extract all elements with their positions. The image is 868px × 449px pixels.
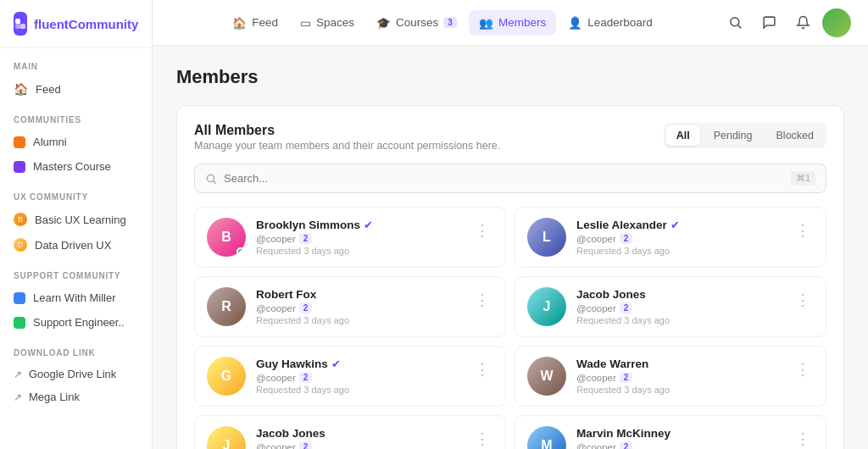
support-engineer-dot <box>14 317 25 329</box>
member-info: Jacob Jones @cooper 2 Requested 3 days a… <box>256 427 461 449</box>
member-avatar: L <box>527 218 566 257</box>
member-time: Requested 3 days ago <box>256 246 461 256</box>
data-driven-avatar: D <box>14 238 27 252</box>
spaces-icon: ▭ <box>300 16 311 30</box>
masters-dot <box>14 161 25 173</box>
nav-item-leaderboard[interactable]: 👤 Leaderboard <box>558 10 663 36</box>
alumni-dot <box>14 136 25 148</box>
member-name-row: Brooklyn Simmons ✔ <box>256 219 461 231</box>
search-bar[interactable]: ⌘1 <box>194 164 826 193</box>
member-badge: 2 <box>620 302 633 313</box>
bell-button[interactable] <box>788 8 817 37</box>
feed-icon: 🏠 <box>232 16 247 30</box>
svg-line-6 <box>214 180 216 183</box>
nav-icons <box>721 8 851 37</box>
sidebar-item-mega-link[interactable]: ↗ Mega Link <box>0 385 152 408</box>
page-title: Members <box>176 66 844 88</box>
sidebar-item-data-driven[interactable]: D Data Driven UX <box>0 232 152 258</box>
main-area: 🏠 Feed ▭ Spaces 🎓 Courses 3 👥 Members 👤 … <box>153 0 868 449</box>
member-handle: @cooper 2 <box>256 441 461 449</box>
more-options-button[interactable]: ⋮ <box>792 426 814 449</box>
member-name: Robert Fox <box>256 288 316 301</box>
courses-badge: 3 <box>443 17 457 28</box>
basic-ux-avatar: B <box>14 213 27 226</box>
more-options-button[interactable]: ⋮ <box>471 426 493 449</box>
filter-tab-blocked[interactable]: Blocked <box>766 125 824 146</box>
avatar-initial: R <box>207 287 246 326</box>
filter-tab-pending[interactable]: Pending <box>704 125 763 146</box>
sidebar-item-support-engineer[interactable]: Support Engineer.. <box>0 310 152 335</box>
member-avatar: M <box>527 426 566 449</box>
more-options-button[interactable]: ⋮ <box>792 357 814 382</box>
member-handle: @cooper 2 <box>256 233 461 244</box>
user-avatar[interactable] <box>822 8 851 37</box>
more-options-button[interactable]: ⋮ <box>471 287 493 313</box>
member-name-row: Wade Warren <box>576 358 782 370</box>
section-label-support: SUPPORT COMMUNITY <box>0 258 152 285</box>
member-card: J Jacob Jones @cooper 2 Requested 3 days… <box>194 415 506 449</box>
member-avatar: J <box>207 426 246 449</box>
member-card: L Leslie Alexander ✔ @cooper 2 Requested… <box>515 207 826 268</box>
section-label-main: MAIN <box>0 48 152 76</box>
member-card: B Brooklyn Simmons ✔ @cooper 2 Requested… <box>194 207 506 268</box>
nav-item-courses[interactable]: 🎓 Courses 3 <box>366 10 467 36</box>
sidebar-item-basic-ux[interactable]: B Basic UX Learning <box>0 207 152 232</box>
nav-items: 🏠 Feed ▭ Spaces 🎓 Courses 3 👥 Members 👤 … <box>170 10 715 36</box>
more-options-button[interactable]: ⋮ <box>792 287 814 313</box>
sidebar-item-masters-course[interactable]: Masters Course <box>0 154 152 179</box>
nav-item-feed[interactable]: 🏠 Feed <box>222 10 288 36</box>
filter-tabs: All Pending Blocked <box>664 123 826 148</box>
member-avatar: G <box>207 357 246 396</box>
chat-button[interactable] <box>754 8 783 37</box>
search-button[interactable] <box>721 8 749 37</box>
member-handle: @cooper 2 <box>576 441 782 449</box>
member-avatar: R <box>207 287 246 326</box>
member-name: Wade Warren <box>576 358 648 370</box>
logo-icon <box>14 12 27 36</box>
logo[interactable]: fluentCommunity <box>0 0 152 48</box>
avatar-initial: W <box>527 357 566 396</box>
member-avatar: W <box>527 357 566 396</box>
search-input[interactable] <box>224 172 784 185</box>
verified-icon: ✔ <box>331 358 341 370</box>
search-icon <box>205 173 217 185</box>
member-name: Jacob Jones <box>576 288 646 301</box>
member-info: Wade Warren @cooper 2 Requested 3 days a… <box>576 358 782 395</box>
sidebar-item-learn-miller[interactable]: Learn With Miller <box>0 285 152 310</box>
member-name: Marvin McKinney <box>576 427 670 440</box>
sidebar-item-google-drive[interactable]: ↗ Google Drive Link <box>0 363 152 385</box>
handle-text: @cooper <box>256 442 296 450</box>
member-badge: 2 <box>299 302 313 313</box>
sidebar-item-alumni[interactable]: Alumni <box>0 130 152 154</box>
section-label-communities: COMMUNITIES <box>0 102 152 130</box>
more-options-button[interactable]: ⋮ <box>471 218 493 243</box>
member-card: M Marvin McKinney @cooper 2 Requested 3 … <box>515 415 826 449</box>
nav-item-members[interactable]: 👥 Members <box>469 10 556 36</box>
online-indicator <box>236 247 245 256</box>
member-handle: @cooper 2 <box>576 233 782 244</box>
filter-tab-all[interactable]: All <box>666 125 700 146</box>
member-badge: 2 <box>620 372 633 383</box>
more-options-button[interactable]: ⋮ <box>471 357 493 382</box>
content-area: Members All Members Manage your team mem… <box>153 46 868 449</box>
sidebar-item-feed[interactable]: 🏠 Feed <box>0 76 152 102</box>
member-handle: @cooper 2 <box>576 302 782 313</box>
search-shortcut: ⌘1 <box>791 171 815 186</box>
svg-rect-2 <box>15 24 20 29</box>
member-avatar: B <box>207 218 246 257</box>
members-panel: All Members Manage your team members and… <box>176 105 844 449</box>
member-name: Leslie Alexander <box>576 219 667 231</box>
member-badge: 2 <box>620 233 633 244</box>
panel-subtitle: Manage your team members and their accou… <box>194 140 500 152</box>
nav-item-spaces[interactable]: ▭ Spaces <box>290 10 364 36</box>
avatar-initial: J <box>207 426 246 449</box>
more-options-button[interactable]: ⋮ <box>792 218 814 243</box>
section-label-ux: UX COMMUNITY <box>0 179 152 207</box>
panel-header: All Members Manage your team members and… <box>194 123 826 152</box>
member-name: Guy Hawkins <box>256 358 328 370</box>
member-time: Requested 3 days ago <box>576 246 782 256</box>
svg-rect-0 <box>15 19 20 24</box>
member-info: Marvin McKinney @cooper 2 Requested 3 da… <box>576 427 782 449</box>
avatar-initial: J <box>527 287 566 326</box>
member-name-row: Robert Fox <box>256 288 461 301</box>
